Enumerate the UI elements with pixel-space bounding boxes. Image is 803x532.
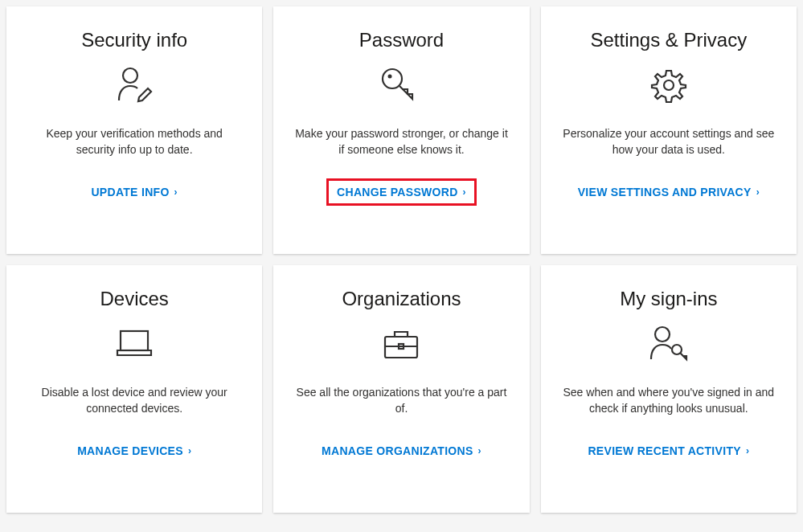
link-label: MANAGE DEVICES: [77, 444, 183, 457]
link-label: CHANGE PASSWORD: [337, 186, 457, 198]
key-icon: [379, 63, 424, 108]
card-title: Organizations: [342, 288, 461, 310]
chevron-right-icon: ›: [188, 445, 191, 456]
svg-point-3: [664, 80, 674, 90]
chevron-right-icon: ›: [746, 445, 749, 456]
card-title: Devices: [100, 288, 168, 310]
change-password-link[interactable]: CHANGE PASSWORD ›: [329, 181, 474, 203]
chevron-right-icon: ›: [463, 186, 466, 198]
person-key-icon: [646, 321, 691, 366]
briefcase-icon: [379, 321, 424, 366]
link-label: MANAGE ORGANIZATIONS: [322, 444, 473, 457]
card-title: Password: [359, 29, 444, 51]
card-description: See all the organizations that you're a …: [293, 384, 510, 417]
card-devices: Devices Disable a lost device and review…: [6, 265, 262, 513]
svg-point-2: [388, 75, 392, 79]
chevron-right-icon: ›: [174, 186, 178, 198]
update-info-link[interactable]: UPDATE INFO ›: [83, 181, 185, 203]
review-recent-activity-link[interactable]: REVIEW RECENT ACTIVITY ›: [580, 440, 757, 462]
svg-point-0: [123, 68, 137, 83]
card-title: My sign-ins: [620, 288, 717, 310]
svg-point-7: [655, 327, 670, 342]
view-settings-privacy-link[interactable]: VIEW SETTINGS AND PRIVACY ›: [570, 181, 768, 203]
card-description: See when and where you've signed in and …: [560, 384, 777, 417]
manage-organizations-link[interactable]: MANAGE ORGANIZATIONS ›: [313, 440, 490, 462]
card-description: Make your password stronger, or change i…: [293, 125, 510, 158]
chevron-right-icon: ›: [478, 445, 481, 456]
card-description: Keep your verification methods and secur…: [26, 125, 243, 158]
laptop-icon: [111, 321, 158, 366]
card-title: Security info: [81, 29, 187, 51]
gear-icon: [647, 63, 690, 108]
card-organizations: Organizations See all the organizations …: [273, 265, 529, 513]
manage-devices-link[interactable]: MANAGE DEVICES ›: [69, 440, 199, 462]
link-label: VIEW SETTINGS AND PRIVACY: [578, 186, 752, 198]
card-my-signins: My sign-ins See when and where you've si…: [541, 265, 797, 513]
svg-rect-4: [121, 331, 148, 350]
link-label: REVIEW RECENT ACTIVITY: [588, 444, 740, 457]
card-password: Password Make your password stronger, or…: [273, 6, 529, 254]
account-cards-grid: Security info Keep your verification met…: [6, 6, 797, 513]
card-settings-privacy: Settings & Privacy Personalize your acco…: [541, 6, 797, 254]
chevron-right-icon: ›: [756, 186, 760, 198]
card-security-info: Security info Keep your verification met…: [6, 6, 262, 254]
person-edit-icon: [113, 63, 156, 108]
card-title: Settings & Privacy: [590, 29, 747, 51]
card-description: Personalize your account settings and se…: [560, 125, 777, 158]
card-description: Disable a lost device and review your co…: [26, 384, 243, 417]
link-label: UPDATE INFO: [91, 186, 169, 198]
svg-point-1: [383, 69, 402, 88]
